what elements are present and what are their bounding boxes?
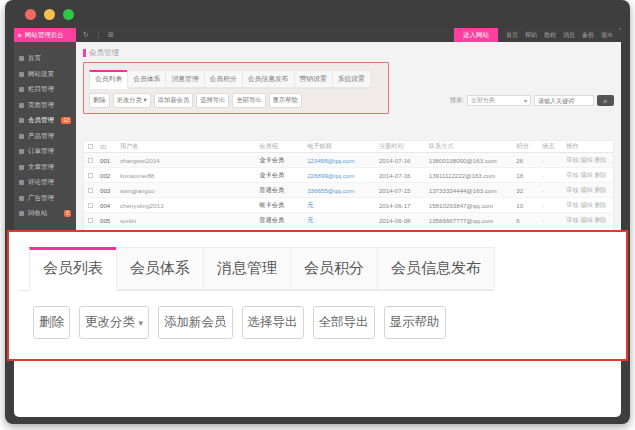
sidebar-item[interactable]: 广告管理 (14, 191, 76, 207)
toolbar-button-zoomed[interactable]: 更改分类 ▾ (79, 306, 149, 339)
col-header-id: ID (98, 143, 118, 150)
topbar-icon[interactable]: ⋮ (95, 31, 102, 39)
toolbar-button-label: 删除 (39, 315, 64, 329)
topbar-nav-item[interactable]: 帮助 (525, 31, 537, 40)
col-header-email: 电子邮箱 (305, 142, 377, 151)
col-header-group: 会员组 (257, 142, 305, 151)
minimize-button[interactable] (44, 9, 55, 20)
cell-actions[interactable]: 审核 编辑 删除 (564, 216, 613, 225)
zoom-button[interactable] (63, 9, 74, 20)
member-table: ID 用户名 会员组 电子邮箱 注册时间 联系方式 积分 状态 操作 (83, 140, 614, 230)
member-tab[interactable]: 会员体系 (127, 70, 166, 88)
toolbar-button-label: 添加新会员 (158, 96, 189, 103)
visit-site-button[interactable]: 进入网站 (454, 28, 498, 42)
toolbar-button-zoomed[interactable]: 全部导出 (313, 306, 375, 339)
sidebar-item[interactable]: 回收站 5 (14, 206, 76, 222)
search-button[interactable]: ⌕ (597, 95, 614, 106)
topbar-icon[interactable]: ↻ (83, 31, 89, 39)
select-all-checkbox[interactable] (88, 144, 93, 149)
col-header-date: 注册时间 (377, 142, 427, 151)
col-header-points: 积分 (514, 142, 540, 151)
toolbar-button[interactable]: 全部导出 (232, 93, 265, 108)
topbar-icon[interactable]: ⊞ (108, 31, 114, 39)
cell-email-link[interactable]: 无 (305, 216, 377, 225)
sidebar-item[interactable]: 页面管理 (14, 98, 76, 114)
member-tab-zoomed[interactable]: 会员体系 (116, 247, 204, 290)
toolbar-button-label: 选择导出 (248, 315, 298, 329)
sidebar-item-icon (19, 134, 24, 139)
sidebar-item[interactable]: 产品管理 (14, 129, 76, 145)
toolbar-button-zoomed[interactable]: 显示帮助 (384, 306, 446, 339)
cell-email-link[interactable]: 无 (305, 201, 377, 210)
cell-actions[interactable]: 审核 编辑 删除 (564, 201, 613, 210)
topbar-nav-item[interactable]: 首页 (506, 31, 518, 40)
member-tab[interactable]: 消息管理 (165, 70, 204, 88)
sidebar-item[interactable]: 首页 (14, 51, 76, 67)
sidebar-item-label: 首页 (28, 54, 41, 63)
cell-username: chenyuting2013 (118, 202, 257, 209)
sidebar-item[interactable]: 栏目管理 (14, 82, 76, 98)
topbar-nav-item[interactable]: 备份 (582, 31, 594, 40)
toolbar-button-zoomed[interactable]: 添加新会员 (158, 306, 233, 339)
row-checkbox[interactable] (88, 188, 93, 193)
toolbar-button-label: 显示帮助 (390, 315, 440, 329)
cell-username: zhangwei2014 (118, 157, 257, 164)
toolbar-button[interactable]: 删除 (89, 93, 110, 108)
cell-email-link[interactable]: 123456@qq.com (305, 157, 377, 164)
cell-actions[interactable]: 审核 编辑 删除 (564, 156, 613, 165)
search-input[interactable] (534, 95, 594, 106)
topbar-nav-item[interactable]: 消息 (563, 31, 575, 40)
close-button[interactable] (25, 9, 36, 20)
cell-contact: 13800138000@163.com (427, 157, 515, 164)
member-tab[interactable]: 会员积分 (204, 70, 243, 88)
sidebar-item-badge: 5 (64, 210, 71, 217)
toolbar-button-zoomed[interactable]: 选择导出 (242, 306, 304, 339)
member-tab[interactable]: 营销设置 (294, 70, 333, 88)
cell-email-link[interactable]: 228899@qq.com (305, 172, 377, 179)
sidebar-item-icon (19, 56, 24, 61)
sidebar-item[interactable]: 网站设置 (14, 67, 76, 83)
toolbar-button-zoomed[interactable]: 删除 (33, 306, 70, 339)
toolbar-button[interactable]: 显示帮助 (269, 93, 302, 108)
search-label: 搜索: (450, 96, 464, 105)
cell-email-link[interactable]: 336655@qq.com (305, 187, 377, 194)
topbar-nav-item[interactable]: 退出 (601, 31, 613, 40)
col-header-ops: 操作 (564, 142, 613, 151)
topbar-right: 进入网站 首页帮助教程消息备份退出 (454, 28, 621, 42)
col-header-contact: 联系方式 (427, 142, 515, 151)
member-tab[interactable]: 会员信息发布 (242, 70, 295, 88)
sidebar-item[interactable]: 订单管理 (14, 144, 76, 160)
toolbar-button[interactable]: 选择导出 (196, 93, 229, 108)
page-title-marker (83, 49, 86, 57)
cell-points: 32 (514, 187, 540, 194)
app-logo[interactable]: ≡ 网站管理后台 (14, 28, 76, 42)
toolbar-button[interactable]: 添加新会员 (154, 93, 193, 108)
sidebar-item-icon (19, 180, 24, 185)
app-topbar: ≡ 网站管理后台 ↻⋮⊞ 进入网站 首页帮助教程消息备份退出 (14, 28, 621, 42)
row-checkbox[interactable] (88, 173, 93, 178)
sidebar-item-label: 文章管理 (28, 163, 54, 172)
cell-actions[interactable]: 审核 编辑 删除 (564, 171, 613, 180)
window-titlebar (5, 0, 630, 28)
member-tab[interactable]: 系统设置 (332, 70, 371, 88)
member-tab-zoomed[interactable]: 会员信息发布 (377, 247, 495, 290)
category-select[interactable]: 全部分类 ▾ (467, 95, 531, 106)
cell-date: 2014-07-16 (377, 157, 427, 164)
toolbar-button[interactable]: 更改分类 ▾ (113, 93, 151, 108)
sidebar-item[interactable]: 文章管理 (14, 160, 76, 176)
topbar-nav-item[interactable]: 教程 (544, 31, 556, 40)
sidebar-item[interactable]: 评论管理 (14, 175, 76, 191)
row-checkbox[interactable] (88, 203, 93, 208)
topbar-nav: 首页帮助教程消息备份退出 (498, 31, 621, 40)
member-tab[interactable]: 会员列表 (89, 70, 128, 89)
row-checkbox[interactable] (88, 218, 93, 223)
member-tab-zoomed[interactable]: 会员积分 (290, 247, 378, 290)
toolbar-button-label: 更改分类 (85, 315, 135, 329)
member-tab-zoomed[interactable]: 消息管理 (203, 247, 291, 290)
member-tab-zoomed[interactable]: 会员列表 (29, 247, 117, 291)
cell-status: - (540, 172, 564, 179)
sidebar-item-label: 会员管理 (28, 116, 54, 125)
sidebar-item[interactable]: 会员管理 12 (14, 113, 76, 129)
cell-actions[interactable]: 审核 编辑 删除 (564, 186, 613, 195)
row-checkbox[interactable] (88, 158, 93, 163)
